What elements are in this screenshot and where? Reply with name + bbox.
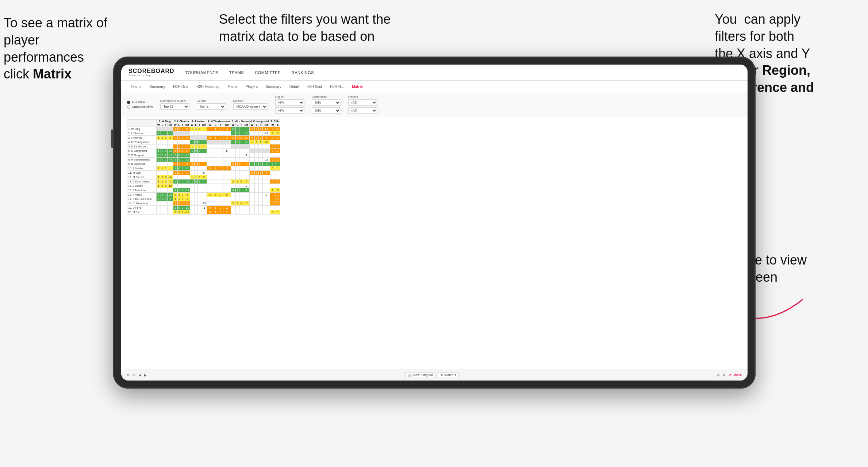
back-icon[interactable]: ◀ [139,373,141,377]
matrix-cell: 1 [190,140,195,144]
conference-select-top[interactable]: (All) [312,99,341,106]
matrix-cell [235,193,239,197]
nav-rankings[interactable]: RANKINGS [292,70,314,75]
conference-select-bottom[interactable]: (All) [312,107,341,114]
matrix-cell: 2 [276,188,280,193]
matrix-cell [201,166,207,171]
share-btn[interactable]: ↗ Share [729,373,742,377]
matrix-cell: 0 [239,136,243,140]
matrix-cell: 1 [276,166,280,171]
subnav-h2h-grid[interactable]: H2H Grid [169,83,192,90]
matrix-cell: 0 [259,140,263,144]
diagonal-cell [231,144,249,149]
matrix-cell: 1 [181,166,184,171]
matrix-cell: 1 [197,180,201,184]
watch-btn[interactable]: 👁 Watch ▾ [438,372,459,378]
matrix-cell: 1 [161,180,164,184]
matrix-cell: 0 [263,193,270,197]
matrix-cell: 1 [190,175,195,180]
table-row: 10. B Valdes11110100101111 [127,166,280,171]
matrix-cell [207,162,213,166]
forward-icon[interactable]: ▶ [144,373,147,377]
matrix-cell [218,197,223,201]
matrix-cell: 2 [177,127,181,131]
subnav-detail[interactable]: Detail [286,83,303,90]
matrix-cell [231,193,235,197]
matrix-area[interactable]: 1. W Ding 2. L Clanton 3. J Koivun 4. M … [121,116,748,369]
matrix-cell: -13 [168,149,173,153]
matrix-cell [239,175,243,180]
subnav-h2h-heatmap[interactable]: H2H Heatmap [193,83,223,90]
col3-dif: Dif [201,123,207,127]
matrix-cell: 11 [223,166,231,171]
matrix-cell [177,184,181,188]
matrix-cell [263,153,270,158]
matrix-cell [173,140,178,144]
matrix-cell: 1 [231,140,235,144]
view-original-btn[interactable]: 📊 View: Original [405,372,435,378]
row-label: 5. M La Sasso [127,144,157,149]
region-select-bottom[interactable]: N/A [275,107,304,114]
redo-icon[interactable]: ↻ [133,373,136,377]
matrix-cell [201,180,207,184]
players-select-bottom[interactable]: (All) [348,107,377,114]
matrix-cell [201,193,207,197]
gender-select[interactable]: Men's [197,103,226,110]
full-view-radio[interactable]: Full View [127,100,153,104]
matrix-cell: 0 [207,136,213,140]
compact-view-radio[interactable]: Compact View [127,105,153,109]
matrix-cell: 1 [164,158,167,162]
table-row: 4. M Thorbjornsen10011010110-6 [127,140,280,144]
undo-icon[interactable]: ↺ [127,373,130,377]
matrix-cell [231,184,235,188]
matrix-cell [223,171,231,175]
matrix-cell: 1 [250,162,255,166]
matrix-cell [259,201,263,206]
grid-icon[interactable]: ⊞ [717,373,720,377]
max-players-select[interactable]: Top 25 [160,103,189,110]
matrix-cell: 3 [243,153,250,158]
subnav-h2hh[interactable]: H2H H... [326,83,347,90]
matrix-cell [263,197,270,201]
subnav-matrix-active[interactable]: Matrix [348,83,366,90]
matrix-cell [213,162,218,166]
players-select-top[interactable]: (All) [348,99,377,106]
matrix-cell [157,188,161,193]
matrix-cell [190,158,195,162]
row-label: 19. D Ford [127,206,157,210]
matrix-cell: -1 [201,206,207,210]
matrix-cell [259,131,263,136]
subnav-matrix1[interactable]: Matrix [224,83,241,90]
matrix-cell: 0 [197,144,201,149]
matrix-cell: 1 [177,144,181,149]
subnav-teams[interactable]: Teams [127,83,145,90]
matrix-cell: 0 [181,193,184,197]
nav-tournaments[interactable]: TOURNAMENTS [185,70,218,75]
matrix-cell: -16 [184,158,190,162]
nav-teams[interactable]: TEAMS [229,70,244,75]
subnav-h2h-grid2[interactable]: H2H Grid [303,83,326,90]
nav-committee[interactable]: COMMITTEE [255,70,281,75]
region-select-top[interactable]: N/A [275,99,304,106]
matrix-cell: 2 [157,153,161,158]
division-select[interactable]: NCAA Division I [233,103,268,110]
settings-icon[interactable]: ⚙ [723,373,726,377]
matrix-cell [213,201,218,206]
matrix-cell [231,149,235,153]
players-filter: Players (All) (All) [348,95,377,114]
matrix-cell [270,206,276,210]
matrix-cell [231,171,235,175]
app-content: Full View Compact View Max players in vi… [121,93,748,381]
matrix-cell [276,140,280,144]
subnav-summary2[interactable]: Summary [262,83,285,90]
matrix-cell [259,166,263,171]
subnav-summary1[interactable]: Summary [146,83,169,90]
matrix-cell [194,206,197,210]
table-row: 18. C Sherwood1300-13220-1045 [127,201,280,206]
matrix-cell [255,153,259,158]
matrix-cell: 0 [181,153,184,158]
matrix-cell: 1 [239,162,243,166]
matrix-cell [259,158,263,162]
subnav-players[interactable]: Players [242,83,261,90]
matrix-cell [255,193,259,197]
